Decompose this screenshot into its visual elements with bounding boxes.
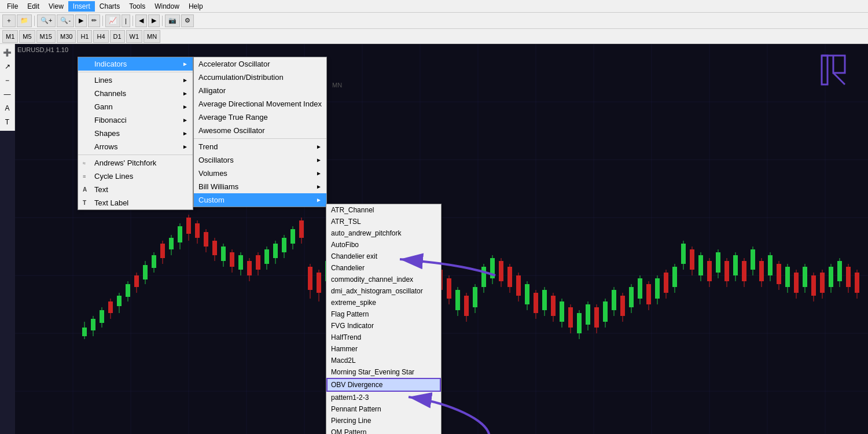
chart-area: EURUSD,H1 1.10 — [15, 44, 868, 434]
menu-file[interactable]: File — [2, 1, 23, 12]
ind-accumulation[interactable]: Accumulation/Distribution — [194, 71, 326, 84]
sep4 — [162, 16, 163, 26]
menu-item-channels[interactable]: Channels ► — [78, 87, 193, 100]
ind-billwilliams[interactable]: Bill Williams ► — [194, 180, 326, 193]
tf-m15[interactable]: M15 — [36, 30, 56, 43]
new-chart-btn[interactable]: ＋ — [2, 14, 16, 27]
arrow-icon-gann: ► — [182, 104, 188, 110]
zoom-in-btn[interactable]: 🔍+ — [37, 14, 56, 27]
ind-custom[interactable]: Custom ► — [194, 193, 326, 207]
tf-w1[interactable]: W1 — [126, 30, 143, 43]
sep1 — [34, 16, 35, 26]
custom-submenu: ATR_Channel ATR_TSL auto_andrew_pitchfor… — [326, 204, 442, 434]
menu-item-text[interactable]: A Text — [78, 183, 193, 196]
menu-item-fibonacci[interactable]: Fibonacci ► — [78, 113, 193, 127]
arrow-custom: ► — [316, 197, 322, 203]
custom-atr-tsl[interactable]: ATR_TSL — [326, 216, 441, 227]
menu-item-shapes[interactable]: Shapes ► — [78, 127, 193, 140]
custom-cci[interactable]: commodity_channel_index — [326, 274, 441, 285]
tf-mn[interactable]: MN — [144, 30, 160, 43]
settings-btn[interactable]: ⚙ — [181, 14, 194, 27]
ind-atr[interactable]: Average True Range — [194, 111, 326, 124]
divider2 — [78, 155, 193, 155]
auto-scroll-btn[interactable]: ▶ — [75, 14, 87, 27]
back-btn[interactable]: ◀ — [135, 14, 147, 27]
sep2 — [102, 16, 103, 26]
custom-chandelier[interactable]: Chandelier — [326, 262, 441, 274]
ind-oscillators[interactable]: Oscillators ► — [194, 153, 326, 167]
custom-hammer[interactable]: Hammer — [326, 343, 441, 355]
custom-piercing[interactable]: Piercing Line — [326, 415, 441, 426]
custom-pattern123[interactable]: pattern1-2-3 — [326, 392, 441, 403]
menu-bar: File Edit View Insert Charts Tools Windo… — [0, 0, 868, 13]
custom-flag-pattern[interactable]: Flag Pattern — [326, 308, 441, 320]
zoom-out-btn[interactable]: 🔍- — [57, 14, 74, 27]
custom-morning-star[interactable]: Morning Star_Evening Star — [326, 366, 441, 378]
custom-macd2l[interactable]: Macd2L — [326, 355, 441, 366]
menu-charts[interactable]: Charts — [95, 1, 124, 12]
menu-help[interactable]: Help — [184, 1, 208, 12]
hline-tool[interactable]: ― — [1, 88, 14, 101]
indicators-btn[interactable]: 📈 — [105, 14, 120, 27]
tf-h4[interactable]: H4 — [93, 30, 108, 43]
tf-m5[interactable]: M5 — [19, 30, 35, 43]
side-toolbar: ➕ ↗ − ― A T — [0, 44, 15, 131]
custom-pennant[interactable]: Pennant Pattern — [326, 403, 441, 415]
menu-item-indicators[interactable]: Indicators ► — [78, 57, 193, 71]
ind-alligator[interactable]: Alligator — [194, 84, 326, 97]
custom-halftrend[interactable]: HalfTrend — [326, 332, 441, 343]
menu-item-lines[interactable]: Lines ► — [78, 73, 193, 87]
ind-adx[interactable]: Average Directional Movement Index — [194, 97, 326, 111]
forward-btn[interactable]: ▶ — [148, 14, 160, 27]
tf-m30[interactable]: M30 — [57, 30, 76, 43]
label-tool[interactable]: T — [1, 116, 14, 128]
menu-edit[interactable]: Edit — [23, 1, 44, 12]
arrow-icon-arrows: ► — [182, 144, 188, 150]
arrow-icon-fibonacci: ► — [182, 117, 188, 123]
chart-price: 1.10 — [56, 46, 68, 53]
tf-m1[interactable]: M1 — [2, 30, 18, 43]
dropdown-container: Indicators ► Lines ► Channels ► Gann ► — [15, 57, 868, 434]
custom-autofibo[interactable]: AutoFibo — [326, 239, 441, 251]
menu-item-gann[interactable]: Gann ► — [78, 100, 193, 113]
line-tool[interactable]: − — [1, 74, 14, 87]
custom-fvg[interactable]: FVG Indicator — [326, 320, 441, 332]
menu-item-cycle[interactable]: ≡ Cycle Lines — [78, 170, 193, 183]
menu-window[interactable]: Window — [150, 1, 184, 12]
ind-awesome[interactable]: Awesome Oscillator — [194, 124, 326, 137]
tf-h1[interactable]: H1 — [77, 30, 92, 43]
menu-item-textlabel[interactable]: T Text Label — [78, 196, 193, 209]
ind-trend[interactable]: Trend ► — [194, 140, 326, 153]
menu-item-arrows[interactable]: Arrows ► — [78, 140, 193, 153]
ind-accelerator[interactable]: Accelerator Oscillator — [194, 57, 326, 71]
menu-insert[interactable]: Insert — [68, 1, 95, 12]
custom-dmi-adx[interactable]: dmi_adx_histogram_oscillator — [326, 285, 441, 297]
menu-item-andrews[interactable]: ≈ Andrews' Pitchfork — [78, 156, 193, 170]
period-sep-btn[interactable]: | — [122, 14, 130, 27]
screenshot-btn[interactable]: 📷 — [165, 14, 180, 27]
ind-volumes[interactable]: Volumes ► — [194, 167, 326, 180]
indicators-submenu: Accelerator Oscillator Accumulation/Dist… — [193, 57, 327, 207]
custom-extreme-spike[interactable]: extreme_spike — [326, 297, 441, 308]
chart-properties-btn[interactable]: ✏ — [88, 14, 100, 27]
arrow-icon-lines: ► — [182, 77, 188, 83]
menu-tools[interactable]: Tools — [124, 1, 150, 12]
arrow-volumes: ► — [316, 170, 322, 176]
arrow-icon-shapes: ► — [182, 130, 188, 137]
custom-chandelier-exit[interactable]: Chandelier exit — [326, 251, 441, 262]
custom-atr-channel[interactable]: ATR_Channel — [326, 204, 441, 216]
menu-view[interactable]: View — [44, 1, 68, 12]
arrow-billwilliams: ► — [316, 183, 322, 190]
crosshair-tool[interactable]: ➕ — [1, 46, 14, 59]
custom-obv-divergence[interactable]: OBV Divergence — [326, 378, 441, 392]
open-btn[interactable]: 📁 — [17, 14, 32, 27]
toolbar-timeframes: M1 M5 M15 M30 H1 H4 D1 W1 MN — [0, 29, 868, 44]
text-tool[interactable]: A — [1, 102, 14, 115]
ind-divider — [194, 138, 326, 139]
custom-qm[interactable]: QM Pattern — [326, 426, 441, 434]
arrow-oscillators: ► — [316, 157, 322, 163]
custom-auto-andrew[interactable]: auto_andrew_pitchfork — [326, 227, 441, 239]
chart-pair: EURUSD,H1 — [17, 46, 54, 53]
arrow-tool[interactable]: ↗ — [1, 60, 14, 73]
tf-d1[interactable]: D1 — [110, 30, 125, 43]
